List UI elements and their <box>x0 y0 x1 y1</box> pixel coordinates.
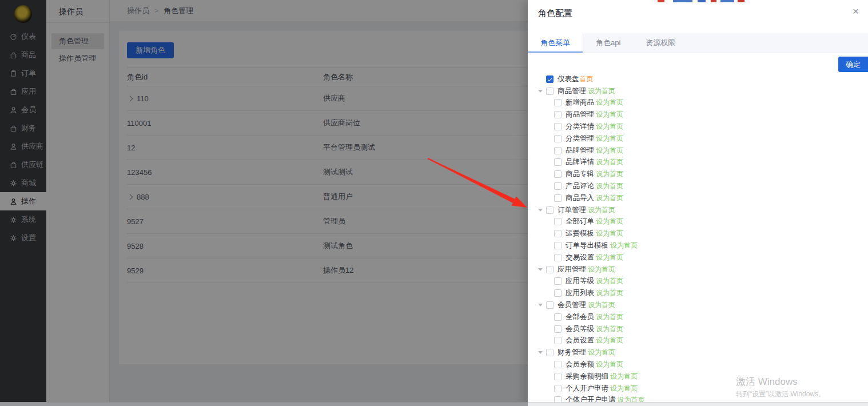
set-homepage-link[interactable]: 设为首页 <box>618 395 645 402</box>
checkbox[interactable] <box>554 147 562 154</box>
checkbox[interactable] <box>554 289 562 297</box>
tree-node[interactable]: 商品导入设为首页 <box>528 192 868 204</box>
set-homepage-link[interactable]: 设为首页 <box>596 360 623 369</box>
set-homepage-link[interactable]: 设为首页 <box>610 372 638 381</box>
checkbox[interactable] <box>554 123 562 130</box>
checkbox[interactable] <box>554 361 562 368</box>
checkbox[interactable] <box>554 337 562 344</box>
tree-node[interactable]: 会员等级设为首页 <box>528 323 868 335</box>
caret-down-icon[interactable] <box>538 268 543 271</box>
set-homepage-link[interactable]: 设为首页 <box>596 169 623 179</box>
checkbox[interactable] <box>554 254 562 261</box>
tree-node[interactable]: 交易设置设为首页 <box>528 252 868 264</box>
tree-node[interactable]: 品牌详情设为首页 <box>528 157 868 169</box>
set-homepage-link[interactable]: 设为首页 <box>596 229 623 238</box>
set-homepage-link[interactable]: 设为首页 <box>596 122 623 132</box>
set-homepage-link[interactable]: 设为首页 <box>596 312 623 322</box>
set-homepage-link[interactable]: 设为首页 <box>596 181 623 191</box>
checkbox[interactable] <box>554 194 562 202</box>
tree-node[interactable]: 财务管理设为首页 <box>528 347 868 359</box>
tree-node[interactable]: 应用管理设为首页 <box>528 264 868 276</box>
checkbox[interactable] <box>554 313 562 321</box>
tab-2[interactable]: 角色api <box>583 33 633 53</box>
set-homepage-link[interactable]: 设为首页 <box>588 86 615 96</box>
set-homepage-link[interactable]: 设为首页 <box>596 288 623 298</box>
checkbox[interactable] <box>546 75 554 83</box>
checkbox[interactable] <box>554 170 562 178</box>
set-homepage-link[interactable]: 设为首页 <box>596 276 623 286</box>
checkbox[interactable] <box>554 373 562 380</box>
tree-node[interactable]: 新增商品设为首页 <box>528 97 868 109</box>
set-homepage-link[interactable]: 设为首页 <box>588 300 615 310</box>
set-homepage-link[interactable]: 设为首页 <box>588 348 615 357</box>
tree-node[interactable]: 应用等级设为首页 <box>528 276 868 288</box>
tree-node[interactable]: 采购余额明细设为首页 <box>528 371 868 383</box>
tab-3[interactable]: 资源权限 <box>633 33 688 53</box>
tree-node[interactable]: 产品评论设为首页 <box>528 180 868 192</box>
tree-node-label: 应用列表 <box>566 288 594 298</box>
checkbox[interactable] <box>546 87 554 95</box>
tree-node[interactable]: 分类管理设为首页 <box>528 133 868 145</box>
set-homepage-link[interactable]: 设为首页 <box>610 384 638 393</box>
checkbox[interactable] <box>554 396 562 402</box>
checkbox[interactable] <box>546 206 554 214</box>
checkbox[interactable] <box>546 301 554 309</box>
caret-down-icon[interactable] <box>538 90 543 93</box>
checkbox[interactable] <box>554 230 562 237</box>
tree-node[interactable]: 全部订单设为首页 <box>528 216 868 228</box>
set-homepage-link[interactable]: 设为首页 <box>588 265 615 274</box>
set-homepage-link[interactable]: 设为首页 <box>596 253 623 262</box>
tree-node[interactable]: 订单管理设为首页 <box>528 204 868 216</box>
checkbox[interactable] <box>554 325 562 333</box>
checkbox[interactable] <box>546 349 554 356</box>
tree-node[interactable]: 全部会员设为首页 <box>528 311 868 323</box>
checkbox[interactable] <box>554 385 562 392</box>
tree-node[interactable]: 仪表盘首页 <box>528 73 868 85</box>
browser-ui-fragment <box>720 0 734 2</box>
set-homepage-link[interactable]: 设为首页 <box>596 146 623 156</box>
drawer-title: 角色配置 <box>538 8 572 18</box>
tree-node[interactable]: 个人开户申请设为首页 <box>528 383 868 395</box>
tree-node[interactable]: 会员管理设为首页 <box>528 299 868 311</box>
checkbox[interactable] <box>554 218 562 225</box>
tree-node[interactable]: 个体户开户申请设为首页 <box>528 395 868 402</box>
close-icon[interactable]: × <box>853 6 859 17</box>
checkbox[interactable] <box>554 277 562 285</box>
tree-node[interactable]: 商品管理设为首页 <box>528 85 868 97</box>
caret-down-icon[interactable] <box>538 304 543 307</box>
set-homepage-link[interactable]: 设为首页 <box>610 241 638 250</box>
tree-node[interactable]: 分类详情设为首页 <box>528 121 868 133</box>
tree-node[interactable]: 会员设置设为首页 <box>528 335 868 347</box>
drawer-mask[interactable] <box>0 0 528 406</box>
checkbox[interactable] <box>554 111 562 118</box>
tree-node[interactable]: 商品专辑设为首页 <box>528 168 868 180</box>
caret-down-icon[interactable] <box>538 351 543 354</box>
tab-1[interactable]: 角色菜单 <box>528 33 583 53</box>
horizontal-scrollbar[interactable] <box>528 402 868 406</box>
tree-node[interactable]: 商品管理设为首页 <box>528 109 868 121</box>
set-homepage-link[interactable]: 设为首页 <box>596 110 623 120</box>
set-homepage-link[interactable]: 设为首页 <box>596 324 623 334</box>
set-homepage-link[interactable]: 设为首页 <box>596 98 623 108</box>
set-homepage-link[interactable]: 设为首页 <box>596 134 623 144</box>
checkbox[interactable] <box>554 135 562 142</box>
tree-node[interactable]: 运费模板设为首页 <box>528 228 868 240</box>
set-homepage-link[interactable]: 设为首页 <box>596 217 623 226</box>
set-homepage-link[interactable]: 设为首页 <box>588 205 615 215</box>
caret-down-icon[interactable] <box>538 209 543 212</box>
tree-node[interactable]: 应用列表设为首页 <box>528 287 868 299</box>
tree-node[interactable]: 订单导出模板设为首页 <box>528 240 868 252</box>
horizontal-scrollbar[interactable] <box>0 402 528 406</box>
checkbox[interactable] <box>554 99 562 106</box>
set-homepage-link[interactable]: 设为首页 <box>596 336 623 345</box>
checkbox[interactable] <box>554 158 562 166</box>
set-homepage-link[interactable]: 首页 <box>580 74 594 84</box>
tree-node[interactable]: 会员余额设为首页 <box>528 359 868 371</box>
set-homepage-link[interactable]: 设为首页 <box>596 193 623 203</box>
set-homepage-link[interactable]: 设为首页 <box>596 157 623 167</box>
checkbox[interactable] <box>554 182 562 190</box>
checkbox[interactable] <box>546 266 554 273</box>
confirm-button[interactable]: 确定 <box>838 57 868 72</box>
tree-node[interactable]: 品牌管理设为首页 <box>528 145 868 157</box>
checkbox[interactable] <box>554 242 562 249</box>
